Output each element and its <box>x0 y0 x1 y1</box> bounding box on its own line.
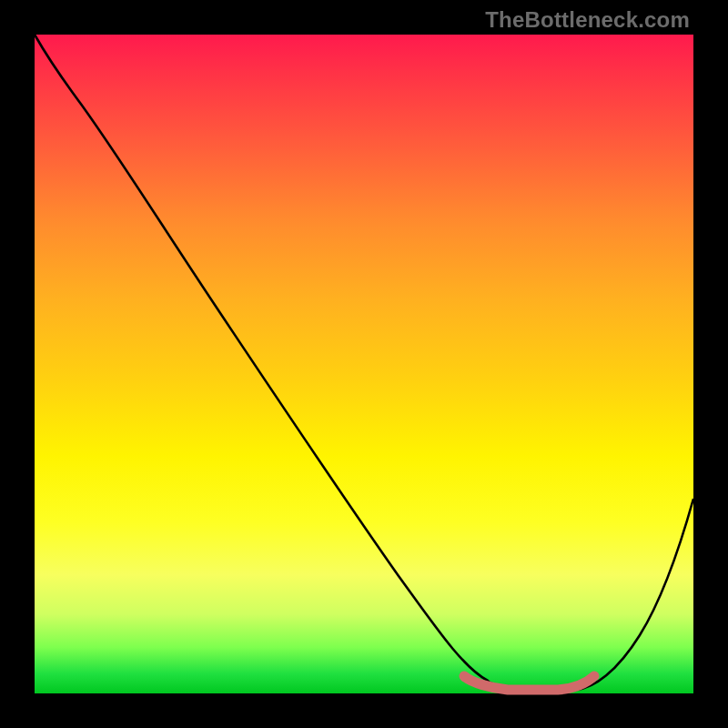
watermark-text: TheBottleneck.com <box>485 7 690 33</box>
curve-path <box>35 35 693 690</box>
chart-container: TheBottleneck.com <box>0 0 728 728</box>
plot-area <box>35 35 693 693</box>
bottleneck-curve <box>35 35 693 693</box>
